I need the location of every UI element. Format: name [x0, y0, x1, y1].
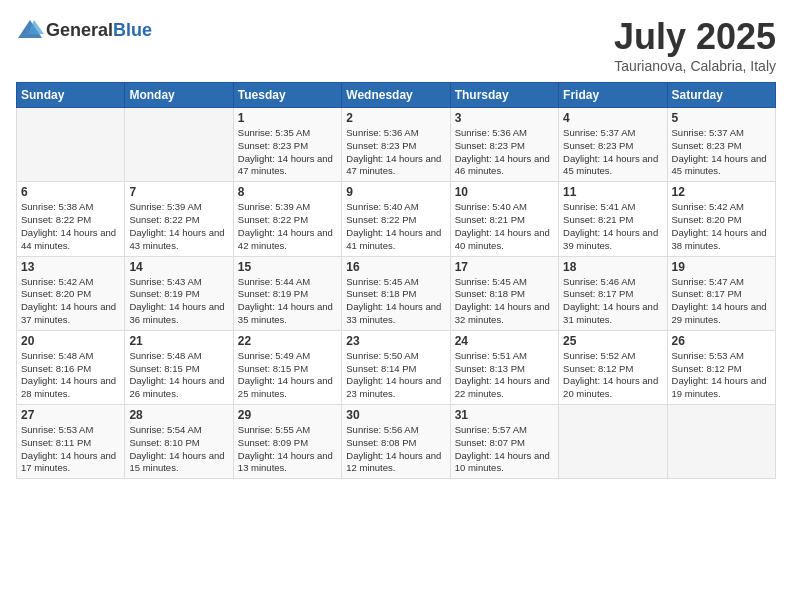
day-number: 19 — [672, 260, 771, 274]
table-row: 1Sunrise: 5:35 AMSunset: 8:23 PMDaylight… — [233, 108, 341, 182]
table-row — [667, 405, 775, 479]
day-info: Sunrise: 5:36 AMSunset: 8:23 PMDaylight:… — [346, 127, 445, 178]
day-number: 23 — [346, 334, 445, 348]
table-row: 21Sunrise: 5:48 AMSunset: 8:15 PMDayligh… — [125, 330, 233, 404]
day-number: 24 — [455, 334, 554, 348]
table-row: 15Sunrise: 5:44 AMSunset: 8:19 PMDayligh… — [233, 256, 341, 330]
table-row: 29Sunrise: 5:55 AMSunset: 8:09 PMDayligh… — [233, 405, 341, 479]
day-number: 6 — [21, 185, 120, 199]
page-container: GeneralBlue July 2025 Taurianova, Calabr… — [0, 0, 792, 487]
table-row: 31Sunrise: 5:57 AMSunset: 8:07 PMDayligh… — [450, 405, 558, 479]
day-number: 21 — [129, 334, 228, 348]
day-info: Sunrise: 5:41 AMSunset: 8:21 PMDaylight:… — [563, 201, 662, 252]
day-info: Sunrise: 5:43 AMSunset: 8:19 PMDaylight:… — [129, 276, 228, 327]
table-row: 16Sunrise: 5:45 AMSunset: 8:18 PMDayligh… — [342, 256, 450, 330]
day-number: 31 — [455, 408, 554, 422]
logo-text: GeneralBlue — [46, 20, 152, 41]
day-info: Sunrise: 5:40 AMSunset: 8:22 PMDaylight:… — [346, 201, 445, 252]
day-info: Sunrise: 5:55 AMSunset: 8:09 PMDaylight:… — [238, 424, 337, 475]
table-row: 2Sunrise: 5:36 AMSunset: 8:23 PMDaylight… — [342, 108, 450, 182]
calendar-header-row: Sunday Monday Tuesday Wednesday Thursday… — [17, 83, 776, 108]
col-thursday: Thursday — [450, 83, 558, 108]
table-row: 27Sunrise: 5:53 AMSunset: 8:11 PMDayligh… — [17, 405, 125, 479]
table-row — [125, 108, 233, 182]
table-row: 18Sunrise: 5:46 AMSunset: 8:17 PMDayligh… — [559, 256, 667, 330]
day-info: Sunrise: 5:39 AMSunset: 8:22 PMDaylight:… — [129, 201, 228, 252]
day-info: Sunrise: 5:47 AMSunset: 8:17 PMDaylight:… — [672, 276, 771, 327]
day-number: 4 — [563, 111, 662, 125]
day-info: Sunrise: 5:39 AMSunset: 8:22 PMDaylight:… — [238, 201, 337, 252]
day-number: 9 — [346, 185, 445, 199]
day-number: 22 — [238, 334, 337, 348]
table-row — [559, 405, 667, 479]
col-tuesday: Tuesday — [233, 83, 341, 108]
day-number: 25 — [563, 334, 662, 348]
day-info: Sunrise: 5:37 AMSunset: 8:23 PMDaylight:… — [672, 127, 771, 178]
day-info: Sunrise: 5:37 AMSunset: 8:23 PMDaylight:… — [563, 127, 662, 178]
day-info: Sunrise: 5:50 AMSunset: 8:14 PMDaylight:… — [346, 350, 445, 401]
table-row: 17Sunrise: 5:45 AMSunset: 8:18 PMDayligh… — [450, 256, 558, 330]
day-info: Sunrise: 5:46 AMSunset: 8:17 PMDaylight:… — [563, 276, 662, 327]
day-number: 12 — [672, 185, 771, 199]
col-friday: Friday — [559, 83, 667, 108]
day-number: 14 — [129, 260, 228, 274]
table-row: 10Sunrise: 5:40 AMSunset: 8:21 PMDayligh… — [450, 182, 558, 256]
day-info: Sunrise: 5:53 AMSunset: 8:11 PMDaylight:… — [21, 424, 120, 475]
day-number: 10 — [455, 185, 554, 199]
table-row: 20Sunrise: 5:48 AMSunset: 8:16 PMDayligh… — [17, 330, 125, 404]
day-info: Sunrise: 5:48 AMSunset: 8:16 PMDaylight:… — [21, 350, 120, 401]
table-row: 23Sunrise: 5:50 AMSunset: 8:14 PMDayligh… — [342, 330, 450, 404]
calendar-week-row: 6Sunrise: 5:38 AMSunset: 8:22 PMDaylight… — [17, 182, 776, 256]
table-row: 19Sunrise: 5:47 AMSunset: 8:17 PMDayligh… — [667, 256, 775, 330]
day-number: 7 — [129, 185, 228, 199]
table-row: 30Sunrise: 5:56 AMSunset: 8:08 PMDayligh… — [342, 405, 450, 479]
day-number: 8 — [238, 185, 337, 199]
day-info: Sunrise: 5:56 AMSunset: 8:08 PMDaylight:… — [346, 424, 445, 475]
table-row: 8Sunrise: 5:39 AMSunset: 8:22 PMDaylight… — [233, 182, 341, 256]
table-row: 25Sunrise: 5:52 AMSunset: 8:12 PMDayligh… — [559, 330, 667, 404]
day-number: 11 — [563, 185, 662, 199]
day-number: 5 — [672, 111, 771, 125]
day-info: Sunrise: 5:49 AMSunset: 8:15 PMDaylight:… — [238, 350, 337, 401]
day-info: Sunrise: 5:40 AMSunset: 8:21 PMDaylight:… — [455, 201, 554, 252]
calendar-week-row: 1Sunrise: 5:35 AMSunset: 8:23 PMDaylight… — [17, 108, 776, 182]
table-row: 6Sunrise: 5:38 AMSunset: 8:22 PMDaylight… — [17, 182, 125, 256]
table-row — [17, 108, 125, 182]
table-row: 28Sunrise: 5:54 AMSunset: 8:10 PMDayligh… — [125, 405, 233, 479]
day-number: 26 — [672, 334, 771, 348]
day-number: 16 — [346, 260, 445, 274]
table-row: 5Sunrise: 5:37 AMSunset: 8:23 PMDaylight… — [667, 108, 775, 182]
day-info: Sunrise: 5:38 AMSunset: 8:22 PMDaylight:… — [21, 201, 120, 252]
month-title: July 2025 — [614, 16, 776, 58]
page-header: GeneralBlue July 2025 Taurianova, Calabr… — [16, 16, 776, 74]
table-row: 9Sunrise: 5:40 AMSunset: 8:22 PMDaylight… — [342, 182, 450, 256]
day-info: Sunrise: 5:48 AMSunset: 8:15 PMDaylight:… — [129, 350, 228, 401]
day-info: Sunrise: 5:35 AMSunset: 8:23 PMDaylight:… — [238, 127, 337, 178]
col-saturday: Saturday — [667, 83, 775, 108]
calendar-week-row: 20Sunrise: 5:48 AMSunset: 8:16 PMDayligh… — [17, 330, 776, 404]
table-row: 4Sunrise: 5:37 AMSunset: 8:23 PMDaylight… — [559, 108, 667, 182]
table-row: 13Sunrise: 5:42 AMSunset: 8:20 PMDayligh… — [17, 256, 125, 330]
logo-icon — [16, 16, 44, 44]
day-info: Sunrise: 5:57 AMSunset: 8:07 PMDaylight:… — [455, 424, 554, 475]
day-number: 3 — [455, 111, 554, 125]
table-row: 12Sunrise: 5:42 AMSunset: 8:20 PMDayligh… — [667, 182, 775, 256]
table-row: 7Sunrise: 5:39 AMSunset: 8:22 PMDaylight… — [125, 182, 233, 256]
day-number: 13 — [21, 260, 120, 274]
day-number: 29 — [238, 408, 337, 422]
col-sunday: Sunday — [17, 83, 125, 108]
table-row: 24Sunrise: 5:51 AMSunset: 8:13 PMDayligh… — [450, 330, 558, 404]
col-wednesday: Wednesday — [342, 83, 450, 108]
day-number: 2 — [346, 111, 445, 125]
table-row: 11Sunrise: 5:41 AMSunset: 8:21 PMDayligh… — [559, 182, 667, 256]
day-info: Sunrise: 5:45 AMSunset: 8:18 PMDaylight:… — [346, 276, 445, 327]
table-row: 14Sunrise: 5:43 AMSunset: 8:19 PMDayligh… — [125, 256, 233, 330]
day-number: 1 — [238, 111, 337, 125]
day-number: 18 — [563, 260, 662, 274]
day-number: 27 — [21, 408, 120, 422]
day-number: 28 — [129, 408, 228, 422]
day-info: Sunrise: 5:42 AMSunset: 8:20 PMDaylight:… — [672, 201, 771, 252]
day-info: Sunrise: 5:42 AMSunset: 8:20 PMDaylight:… — [21, 276, 120, 327]
day-number: 15 — [238, 260, 337, 274]
logo-general: General — [46, 20, 113, 40]
